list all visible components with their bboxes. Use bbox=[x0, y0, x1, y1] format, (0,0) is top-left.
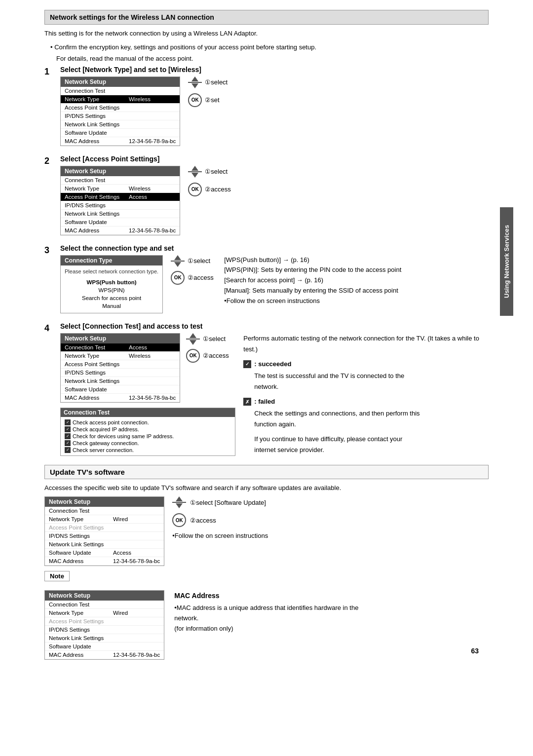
step-3-title: Select the connection type and set bbox=[60, 244, 489, 252]
step-number-4: 4 bbox=[44, 323, 55, 334]
intro-bullet-1: • Confirm the encryption key, settings a… bbox=[50, 42, 489, 52]
mac-text: MAC Address •MAC address is a unique add… bbox=[174, 590, 489, 634]
ct-check-icon: ✓ bbox=[65, 419, 71, 425]
access-label-3: ②access bbox=[188, 274, 213, 281]
mac-desc-2: network. bbox=[174, 613, 489, 624]
step-4-network-table: Network Setup Connection TestAccess Netw… bbox=[60, 333, 180, 403]
arrow-up-icon bbox=[176, 496, 183, 501]
update-intro: Accesses the specific web site to update… bbox=[44, 483, 489, 493]
failed-desc-2: function again. bbox=[254, 419, 489, 430]
step-1-table: Network Setup Connection Test Network Ty… bbox=[60, 76, 180, 146]
software-ok-row: OK ②access bbox=[172, 513, 268, 527]
table-row: MAC Address12-34-56-78-9a-bc bbox=[61, 394, 180, 402]
failed-row: ✗ : failed bbox=[243, 396, 489, 407]
software-arrows-desc: ①select [Software Update] OK ②access •Fo… bbox=[172, 496, 268, 539]
table-row: IP/DNS Settings bbox=[61, 369, 180, 377]
table-row: Network Link Settings bbox=[61, 377, 180, 385]
step-4-content: Select [Connection Test] and access to t… bbox=[60, 322, 489, 456]
step-1-title: Select [Network Type] and set to [Wirele… bbox=[60, 66, 489, 74]
manual-text: [Manual]: Sets manually by entering the … bbox=[224, 286, 401, 296]
software-update-area: Network Setup Connection Test Network Ty… bbox=[44, 496, 489, 566]
step-1-arrows: ①select OK ②set bbox=[188, 76, 237, 107]
step-2-title: Select [Access Point Settings] bbox=[60, 155, 489, 163]
step-3-body: Connection Type Please select network co… bbox=[60, 255, 489, 313]
select-software-label: ①select [Software Update] bbox=[190, 499, 266, 506]
table-row: Access Point Settings bbox=[61, 104, 180, 112]
ok-button-icon: OK bbox=[186, 349, 200, 363]
table-row-highlighted: Connection TestAccess bbox=[61, 343, 180, 352]
connection-type-header: Connection Type bbox=[61, 256, 162, 265]
table-row-greyed: Access Point Settings bbox=[45, 617, 164, 626]
step-4-title: Select [Connection Test] and access to t… bbox=[60, 322, 489, 330]
arrow-up-btn bbox=[188, 76, 202, 88]
table-row: Connection Test bbox=[61, 176, 180, 185]
step-1: 1 Select [Network Type] and set to [Wire… bbox=[44, 66, 489, 146]
software-arrow-btn bbox=[172, 496, 186, 508]
ok-item-4: OK ②access bbox=[186, 349, 235, 363]
table-row: Connection Test bbox=[45, 601, 164, 609]
access-software-label: ②access bbox=[190, 517, 216, 524]
intro-bullet-2: For details, read the manual of the acce… bbox=[56, 54, 489, 64]
access-label-2: ②access bbox=[205, 186, 230, 193]
table-row: Access Point Settings bbox=[61, 360, 180, 369]
succeeded-box: ✓ : succeeded The test is successful and… bbox=[243, 359, 489, 392]
failed-label: : failed bbox=[254, 396, 275, 407]
ct-check-icon: ✓ bbox=[65, 447, 71, 453]
arrow-select-3: ①select bbox=[171, 255, 220, 267]
step-2: 2 Select [Access Point Settings] Network… bbox=[44, 155, 489, 235]
failed-desc-3: If you continue to have difficulty, plea… bbox=[254, 434, 489, 445]
mac-table: Network Setup Connection Test Network Ty… bbox=[44, 590, 164, 660]
table-row: MAC Address12-34-56-78-9a-bc bbox=[61, 137, 180, 146]
mac-desc-1: •MAC address is a unique address that id… bbox=[174, 603, 489, 613]
arrow-up-icon bbox=[191, 76, 198, 81]
step-4-body: Network Setup Connection TestAccess Netw… bbox=[60, 333, 489, 456]
option-wps-push: WPS(Push button) bbox=[61, 278, 162, 286]
step-3-desc: [WPS(Push button)] → (p. 16) [WPS(PIN)]:… bbox=[224, 255, 401, 306]
step-1-content: Select [Network Type] and set to [Wirele… bbox=[60, 66, 489, 146]
ct-row: ✓ Check for devices using same IP addres… bbox=[65, 433, 231, 440]
ct-header: Connection Test bbox=[61, 408, 235, 417]
connection-test-results: Connection Test ✓ Check access point con… bbox=[60, 408, 235, 456]
ok-button-icon: OK bbox=[171, 271, 185, 285]
step-number-3: 3 bbox=[44, 245, 55, 256]
ct-check-icon: ✓ bbox=[65, 433, 71, 439]
table-row: MAC Address12-34-56-78-9a-bc bbox=[45, 651, 164, 659]
option-wps-pin: WPS(PIN) bbox=[61, 286, 162, 294]
mac-title: MAC Address bbox=[174, 590, 489, 601]
ok-button-icon: OK bbox=[172, 513, 186, 527]
table-4-header: Network Setup bbox=[61, 334, 180, 343]
section-header: Network settings for the Wireless LAN co… bbox=[44, 10, 489, 25]
table-row: IP/DNS Settings bbox=[61, 112, 180, 120]
failed-box: ✗ : failed Check the settings and connec… bbox=[243, 396, 489, 455]
ct-row: ✓ Check access point connection. bbox=[65, 419, 231, 426]
access-label-4: ②access bbox=[203, 352, 228, 359]
table-row: Network Link Settings bbox=[45, 540, 164, 549]
search-ap-text: [Search for access point] → (p. 16) bbox=[224, 275, 401, 286]
intro-text-1: This setting is for the network connecti… bbox=[44, 29, 489, 38]
ok-item-2: OK ②access bbox=[188, 183, 237, 196]
failed-desc-1: Check the settings and connections, and … bbox=[254, 408, 489, 419]
table-row: IP/DNS Settings bbox=[61, 201, 180, 210]
step-3-arrows: ①select OK ②access bbox=[171, 255, 220, 285]
step-3-content: Select the connection type and set Conne… bbox=[60, 244, 489, 313]
table-row: Connection Test bbox=[45, 507, 164, 515]
select-label-2: ①select bbox=[205, 168, 228, 175]
mac-desc-3: (for information only) bbox=[174, 624, 489, 634]
software-arrow-row: ①select [Software Update] bbox=[172, 496, 268, 508]
table-row: Network Link Settings bbox=[61, 120, 180, 129]
step-2-body: Network Setup Connection Test Network Ty… bbox=[60, 166, 489, 235]
step-1-body: Network Setup Connection Test Network Ty… bbox=[60, 76, 489, 146]
table-2-header: Network Setup bbox=[61, 166, 180, 176]
table-row: Network Link Settings bbox=[61, 210, 180, 218]
table-1-header: Network Setup bbox=[61, 77, 180, 87]
table-row: Network TypeWireless bbox=[61, 352, 180, 360]
arrow-down-icon bbox=[191, 83, 198, 88]
table-row: Connection Test bbox=[61, 87, 180, 95]
step-3: 3 Select the connection type and set Con… bbox=[44, 244, 489, 313]
table-row-greyed: Access Point Settings bbox=[45, 524, 164, 532]
step-number-1: 1 bbox=[44, 67, 55, 77]
step-4-tables: Network Setup Connection TestAccess Netw… bbox=[60, 333, 235, 456]
ct-check-icon: ✓ bbox=[65, 440, 71, 446]
table-row: Software Update bbox=[61, 385, 180, 394]
table-row: Network TypeWired bbox=[45, 609, 164, 617]
